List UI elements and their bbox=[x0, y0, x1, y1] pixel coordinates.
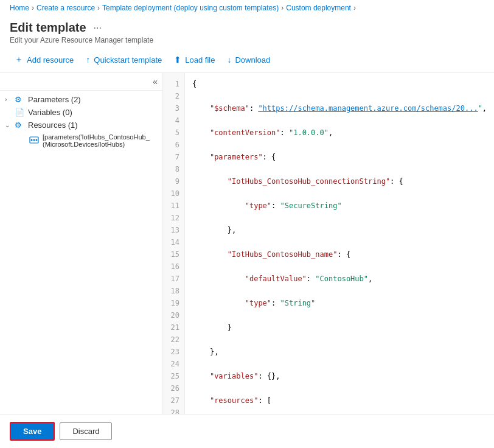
collapse-sidebar-button[interactable]: « bbox=[153, 77, 158, 86]
document-icon: 📄 bbox=[15, 108, 26, 117]
code-editor[interactable]: 1 2 3 4 5 6 7 8 9 10 11 12 13 14 15 16 1… bbox=[163, 73, 494, 414]
page-title: Edit template bbox=[10, 21, 86, 35]
sidebar: « › ⚙ Parameters (2) 📄 Variables (0) ⌄ ⚙… bbox=[0, 73, 163, 414]
sidebar-item-iothubs[interactable]: [parameters('IotHubs_ContosoHub_(Microso… bbox=[0, 131, 162, 150]
breadcrumb-create-resource[interactable]: Create a resource bbox=[37, 4, 95, 12]
chevron-down-icon: ⌄ bbox=[5, 122, 15, 128]
ellipsis-button[interactable]: ··· bbox=[91, 21, 104, 35]
line-numbers: 1 2 3 4 5 6 7 8 9 10 11 12 13 14 15 16 1… bbox=[163, 73, 185, 414]
gear-icon: ⚙ bbox=[15, 95, 26, 104]
svg-point-3 bbox=[36, 139, 38, 141]
load-icon: ⬆ bbox=[174, 55, 181, 65]
sidebar-item-variables[interactable]: 📄 Variables (0) bbox=[0, 106, 162, 119]
svg-point-2 bbox=[33, 139, 35, 141]
code-text[interactable]: { "$schema": "https://schema.management.… bbox=[185, 73, 494, 414]
breadcrumb-custom-deployment[interactable]: Custom deployment bbox=[286, 4, 351, 12]
load-file-button[interactable]: ⬆ Load file bbox=[169, 52, 220, 67]
footer: Save Discard bbox=[0, 414, 494, 448]
sidebar-item-resources[interactable]: ⌄ ⚙ Resources (1) bbox=[0, 119, 162, 131]
breadcrumb-template-deployment[interactable]: Template deployment (deploy using custom… bbox=[102, 4, 279, 12]
toolbar: ＋ Add resource ↑ Quickstart template ⬆ L… bbox=[0, 47, 494, 73]
sidebar-item-parameters[interactable]: › ⚙ Parameters (2) bbox=[0, 93, 162, 106]
page-subtitle: Edit your Azure Resource Manager templat… bbox=[10, 36, 484, 44]
save-button[interactable]: Save bbox=[10, 422, 55, 441]
gear-icon-resources: ⚙ bbox=[15, 121, 26, 130]
breadcrumb-home[interactable]: Home bbox=[10, 4, 29, 12]
upload-icon: ↑ bbox=[86, 55, 90, 65]
sidebar-tree: › ⚙ Parameters (2) 📄 Variables (0) ⌄ ⚙ R… bbox=[0, 91, 162, 414]
chevron-right-icon: › bbox=[5, 96, 15, 103]
editor-area: 1 2 3 4 5 6 7 8 9 10 11 12 13 14 15 16 1… bbox=[163, 73, 494, 414]
resource-icon bbox=[29, 135, 40, 147]
main-content: « › ⚙ Parameters (2) 📄 Variables (0) ⌄ ⚙… bbox=[0, 73, 494, 414]
discard-button[interactable]: Discard bbox=[60, 422, 112, 440]
add-resource-button[interactable]: ＋ Add resource bbox=[10, 52, 78, 68]
plus-icon: ＋ bbox=[15, 54, 23, 65]
svg-point-1 bbox=[31, 139, 33, 141]
page-header: Edit template ··· Edit your Azure Resour… bbox=[0, 16, 494, 47]
breadcrumb: Home › Create a resource › Template depl… bbox=[0, 0, 494, 16]
download-icon: ↓ bbox=[227, 55, 231, 65]
quickstart-template-button[interactable]: ↑ Quickstart template bbox=[81, 52, 167, 67]
download-button[interactable]: ↓ Download bbox=[222, 52, 275, 67]
